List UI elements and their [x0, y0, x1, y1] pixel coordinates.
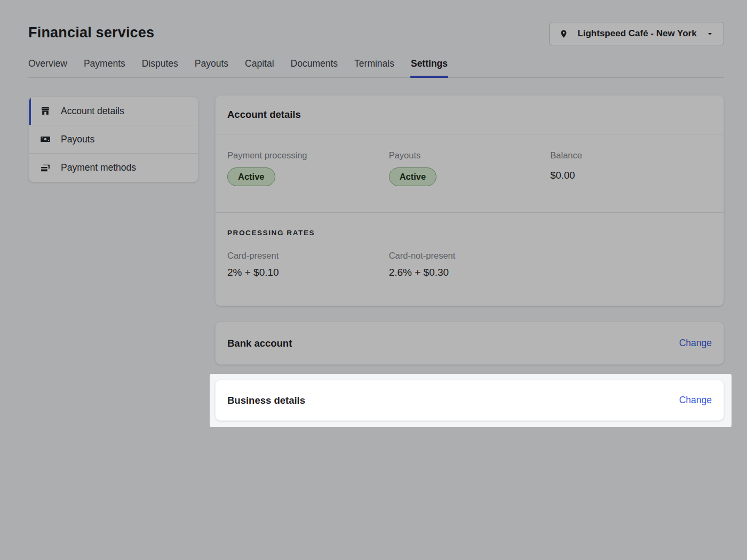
tab-settings[interactable]: Settings: [411, 58, 448, 69]
status-badge: Active: [227, 167, 275, 186]
payment-processing-field: Payment processing Active: [227, 150, 389, 186]
business-details-card: Business details Change: [215, 380, 724, 421]
tab-bar: Overview Payments Disputes Payouts Capit…: [28, 58, 724, 78]
account-details-card-title: Account details: [216, 95, 724, 134]
bank-account-card: Bank account Change: [215, 322, 724, 365]
payment-cards-icon: [40, 163, 51, 173]
tab-documents[interactable]: Documents: [291, 58, 338, 69]
settings-sidebar: Account details Payouts Payment methods: [28, 97, 198, 182]
rate-label: Card-present: [227, 251, 389, 261]
field-label: Balance: [550, 150, 712, 161]
tab-overview[interactable]: Overview: [28, 58, 67, 69]
status-badge: Active: [389, 167, 437, 186]
chevron-down-icon: [706, 30, 714, 38]
sidebar-item-payment-methods[interactable]: Payment methods: [29, 154, 198, 182]
processing-rates-section: PROCESSING RATES Card-present 2% + $0.10…: [216, 212, 724, 278]
sidebar-item-label: Payouts: [61, 134, 94, 145]
balance-field: Balance $0.00: [550, 150, 712, 186]
card-present-rate: Card-present 2% + $0.10: [227, 251, 389, 278]
cash-icon: [40, 134, 51, 145]
balance-value: $0.00: [550, 167, 712, 181]
bank-account-title: Bank account: [227, 338, 292, 349]
tab-capital[interactable]: Capital: [245, 58, 274, 69]
field-label: Payouts: [389, 150, 551, 161]
account-status-section: Payment processing Active Payouts Active…: [216, 134, 724, 186]
tab-terminals[interactable]: Terminals: [354, 58, 394, 69]
processing-rates-heading: PROCESSING RATES: [227, 229, 712, 237]
payouts-field: Payouts Active: [389, 150, 551, 186]
rate-value: 2.6% + $0.30: [389, 267, 551, 278]
tab-payouts[interactable]: Payouts: [195, 58, 228, 69]
sidebar-item-payouts[interactable]: Payouts: [29, 125, 198, 154]
location-selector-label: Lightspeed Café - New York: [575, 28, 700, 39]
financial-services-page: Financial services Lightspeed Café - New…: [0, 0, 747, 560]
rate-value: 2% + $0.10: [227, 267, 389, 278]
location-selector-button[interactable]: Lightspeed Café - New York: [549, 22, 724, 45]
business-details-change-link[interactable]: Change: [679, 395, 712, 406]
storefront-icon: [40, 106, 51, 116]
account-details-card: Account details Payment processing Activ…: [215, 95, 724, 306]
tab-disputes[interactable]: Disputes: [142, 58, 178, 69]
page-title: Financial services: [28, 25, 154, 41]
bank-account-change-link[interactable]: Change: [679, 338, 712, 349]
business-details-title: Business details: [227, 395, 305, 406]
rate-label: Card-not-present: [389, 251, 551, 261]
tab-payments[interactable]: Payments: [84, 58, 125, 69]
card-not-present-rate: Card-not-present 2.6% + $0.30: [389, 251, 551, 278]
sidebar-item-label: Account details: [61, 106, 124, 117]
field-label: Payment processing: [227, 150, 389, 161]
location-pin-icon: [559, 29, 568, 38]
sidebar-item-account-details[interactable]: Account details: [29, 97, 198, 125]
sidebar-item-label: Payment methods: [61, 162, 136, 173]
